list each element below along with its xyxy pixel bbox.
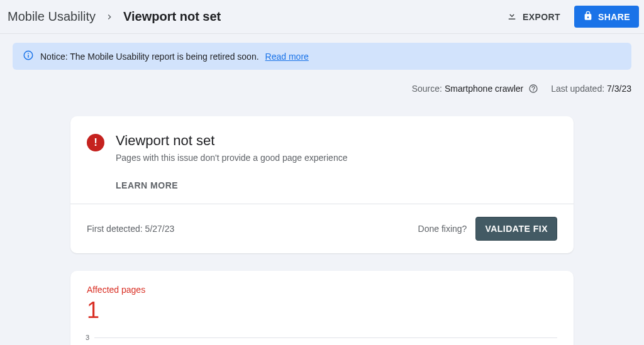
first-detected-label: First detected: — [87, 224, 145, 234]
validate-fix-button[interactable]: VALIDATE FIX — [475, 217, 557, 241]
breadcrumb-current: Viewport not set — [123, 9, 221, 24]
info-icon — [23, 50, 34, 63]
issue-card: ! Viewport not set Pages with this issue… — [70, 116, 574, 253]
issue-card-top: ! Viewport not set Pages with this issue… — [70, 116, 574, 204]
export-button[interactable]: EXPORT — [499, 5, 568, 28]
download-icon — [506, 10, 518, 23]
help-icon[interactable] — [528, 84, 538, 94]
issue-subtitle: Pages with this issue don't provide a go… — [116, 153, 557, 163]
notice-read-more-link[interactable]: Read more — [265, 52, 309, 62]
share-button[interactable]: SHARE — [574, 6, 639, 28]
affected-pages-chart: 3 — [87, 337, 557, 345]
chart-gridline — [94, 337, 557, 338]
affected-pages-count: 1 — [87, 297, 557, 324]
done-fixing-label: Done fixing? — [418, 224, 467, 234]
error-icon: ! — [87, 134, 104, 151]
breadcrumb-parent[interactable]: Mobile Usability — [8, 9, 96, 24]
source-label: Source: — [412, 84, 442, 94]
issue-title: Viewport not set — [116, 133, 557, 149]
learn-more-button[interactable]: LEARN MORE — [116, 180, 178, 190]
share-label: SHARE — [598, 12, 630, 22]
source-value: Smartphone crawler — [445, 84, 523, 94]
retirement-notice: Notice: The Mobile Usability report is b… — [13, 43, 631, 70]
first-detected-value: 5/27/23 — [145, 224, 175, 234]
meta-row: Source: Smartphone crawler Last updated:… — [13, 84, 631, 94]
first-detected: First detected: 5/27/23 — [87, 224, 174, 234]
breadcrumb: Mobile Usability Viewport not set — [8, 9, 221, 24]
notice-text: Notice: The Mobile Usability report is b… — [40, 52, 259, 62]
issue-card-bottom: First detected: 5/27/23 Done fixing? VAL… — [70, 204, 574, 253]
header-actions: EXPORT SHARE — [499, 5, 639, 28]
lock-icon — [583, 11, 593, 23]
source-meta: Source: Smartphone crawler — [412, 84, 539, 94]
page-header: Mobile Usability Viewport not set EXPORT… — [0, 0, 644, 34]
issue-headings: Viewport not set Pages with this issue d… — [116, 133, 557, 191]
export-label: EXPORT — [523, 12, 560, 22]
updated-value: 7/3/23 — [607, 84, 631, 94]
affected-pages-card: Affected pages 1 3 — [70, 271, 574, 345]
updated-meta: Last updated: 7/3/23 — [551, 84, 631, 94]
updated-label: Last updated: — [551, 84, 604, 94]
chevron-right-icon — [104, 12, 114, 22]
fix-group: Done fixing? VALIDATE FIX — [418, 217, 557, 241]
chart-y-tick: 3 — [86, 334, 89, 341]
content-area: Notice: The Mobile Usability report is b… — [0, 34, 644, 345]
affected-pages-label: Affected pages — [87, 285, 557, 295]
main-cards: ! Viewport not set Pages with this issue… — [13, 116, 631, 345]
